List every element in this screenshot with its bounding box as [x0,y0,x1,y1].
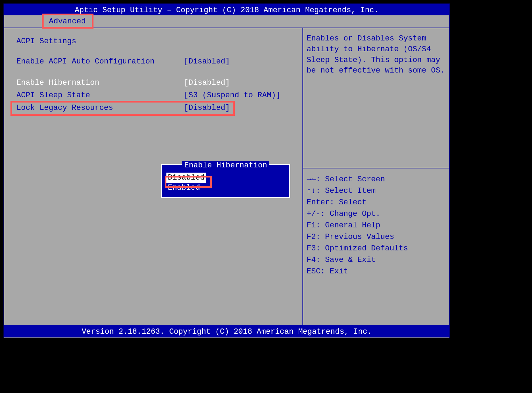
section-title: ACPI Settings [16,37,290,46]
settings-panel: ACPI Settings Enable ACPI Auto Configura… [4,28,303,325]
setting-value: [Disabled] [184,104,290,112]
popup-option-enabled[interactable]: Enabled [166,183,285,193]
setting-row-acpi-auto[interactable]: Enable ACPI Auto Configuration [Disabled… [16,56,290,67]
key-f3: F3: Optimized Defaults [307,243,446,254]
footer-bar: Version 2.18.1263. Copyright (C) 2018 Am… [4,326,449,337]
setting-value: [Disabled] [184,57,290,66]
help-text: Enables or Disables System ability to Hi… [303,28,449,168]
setting-row-lock-legacy[interactable]: Lock Legacy Resources [Disabled] [16,103,290,113]
key-f1: F1: General Help [307,220,446,231]
popup-title: Enable Hibernation [182,161,269,170]
right-panel: Enables or Disables System ability to Hi… [303,28,449,325]
popup-title-wrap: Enable Hibernation [162,161,289,170]
popup-option-disabled[interactable]: Disabled [166,173,206,183]
bios-screen: Aptio Setup Utility – Copyright (C) 2018… [3,3,450,338]
key-select-screen: →←: Select Screen [307,174,446,185]
setting-row-sleep-state[interactable]: ACPI Sleep State [S3 (Suspend to RAM)] [16,90,290,101]
key-f4: F4: Save & Exit [307,254,446,266]
main-area: ACPI Settings Enable ACPI Auto Configura… [4,28,449,326]
key-change-opt: +/-: Change Opt. [307,208,446,220]
setting-label: Enable ACPI Auto Configuration [16,57,184,66]
setting-label: Enable Hibernation [16,78,184,87]
setting-row-hibernation[interactable]: Enable Hibernation [Disabled] [16,77,290,88]
setting-label: Lock Legacy Resources [16,104,184,112]
header-bar: Aptio Setup Utility – Copyright (C) 2018… [4,4,449,15]
key-esc: ESC: Exit [307,266,446,277]
popup-options: Disabled Enabled [162,170,289,197]
footer-text: Version 2.18.1263. Copyright (C) 2018 Am… [82,327,372,336]
key-f2: F2: Previous Values [307,231,446,243]
key-enter: Enter: Select [307,197,446,208]
key-select-item: ↑↓: Select Item [307,185,446,197]
setting-label: ACPI Sleep State [16,91,184,100]
setting-value: [Disabled] [184,78,290,87]
popup-shadow [170,203,299,220]
popup-dialog: Enable Hibernation Disabled Enabled [161,164,290,198]
tab-advanced[interactable]: Advanced [46,15,89,28]
tab-bar: Advanced [4,15,449,28]
header-title: Aptio Setup Utility – Copyright (C) 2018… [75,6,379,15]
key-help: →←: Select Screen ↑↓: Select Item Enter:… [303,168,449,325]
setting-value: [S3 (Suspend to RAM)] [184,91,290,100]
